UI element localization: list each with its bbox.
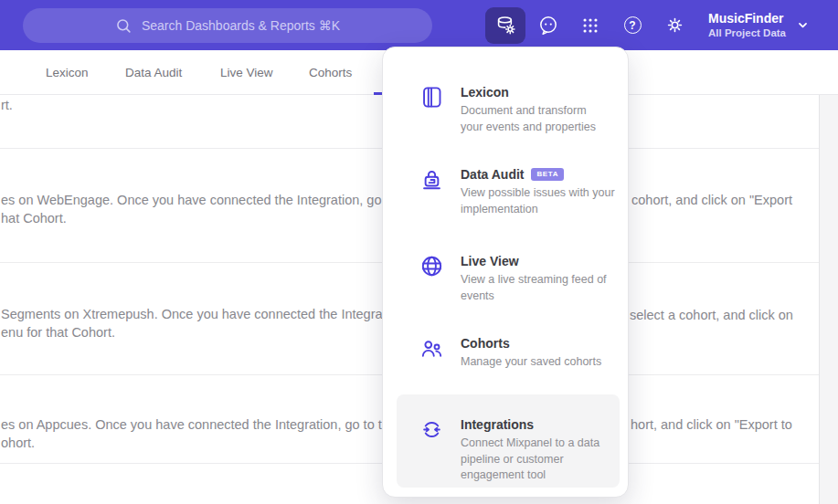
gear-icon bbox=[664, 15, 685, 36]
lexicon-book-icon bbox=[419, 84, 444, 135]
menu-item-description: Manage your saved cohorts bbox=[461, 354, 621, 371]
menu-item-integrations[interactable]: Integrations Connect Mixpanel to a data … bbox=[397, 394, 620, 488]
row-text: ohort. bbox=[1, 434, 35, 452]
sync-arrows-icon bbox=[419, 416, 444, 484]
search-input[interactable]: Search Dashboards & Reports ⌘K bbox=[23, 8, 432, 43]
menu-item-description: Document and transform your events and p… bbox=[461, 103, 621, 135]
project-name: MusicFinder bbox=[708, 11, 786, 26]
people-icon bbox=[419, 335, 444, 371]
database-gear-icon bbox=[494, 14, 517, 37]
app-window: rt. es on WebEngage. Once you have conne… bbox=[0, 0, 838, 504]
data-audit-lock-icon bbox=[419, 166, 444, 217]
grid-dots-icon bbox=[580, 16, 600, 36]
row-text: select a cohort, and click on bbox=[630, 306, 793, 324]
tab-live-view[interactable]: Live View bbox=[220, 66, 273, 79]
row-text: hort, and click on "Export to bbox=[631, 415, 792, 434]
scrollbar-gutter[interactable] bbox=[819, 95, 838, 504]
menu-item-cohorts[interactable]: Cohorts Manage your saved cohorts bbox=[419, 335, 621, 371]
row-text: enu for that Cohort. bbox=[1, 323, 115, 341]
menu-item-lexicon[interactable]: Lexicon Document and transform your even… bbox=[419, 84, 621, 135]
top-navigation-bar: Search Dashboards & Reports ⌘K bbox=[0, 0, 838, 50]
menu-item-title: Live View bbox=[461, 253, 621, 269]
row-text: es on Appcues. Once you have connected t… bbox=[1, 415, 411, 434]
search-icon bbox=[115, 17, 133, 35]
beta-badge: BETA bbox=[531, 168, 564, 181]
tab-data-audit[interactable]: Data Audit bbox=[125, 66, 182, 79]
apps-grid-button[interactable] bbox=[569, 7, 611, 44]
row-text: rt. bbox=[1, 96, 13, 114]
chat-smiley-icon bbox=[537, 15, 559, 37]
tab-lexicon[interactable]: Lexicon bbox=[46, 66, 89, 79]
tab-cohorts[interactable]: Cohorts bbox=[309, 66, 352, 79]
menu-item-title: Cohorts bbox=[461, 335, 621, 352]
menu-item-title: Integrations bbox=[461, 416, 621, 433]
row-text: Segments on Xtremepush. Once you have co… bbox=[1, 305, 408, 323]
project-scope: All Project Data bbox=[708, 26, 786, 40]
data-management-dropdown: Lexicon Document and transform your even… bbox=[382, 47, 629, 498]
row-text: cohort, and click on "Export bbox=[631, 191, 792, 209]
chevron-down-icon bbox=[797, 19, 809, 31]
menu-item-title: Data Audit BETA bbox=[461, 166, 621, 183]
question-mark-icon: ? bbox=[624, 16, 642, 34]
globe-icon bbox=[419, 253, 444, 304]
data-management-button[interactable] bbox=[485, 7, 525, 44]
search-placeholder: Search Dashboards & Reports ⌘K bbox=[142, 18, 340, 33]
menu-item-live-view[interactable]: Live View View a live streaming feed of … bbox=[419, 253, 621, 304]
menu-item-description: View possible issues with your implement… bbox=[461, 185, 621, 217]
menu-item-title: Lexicon bbox=[461, 84, 621, 100]
menu-item-data-audit[interactable]: Data Audit BETA View possible issues wit… bbox=[419, 166, 621, 217]
menu-item-integrations-content: Integrations Connect Mixpanel to a data … bbox=[419, 416, 621, 484]
project-switcher[interactable]: MusicFinder All Project Data bbox=[708, 11, 809, 40]
menu-item-description: Connect Mixpanel to a data pipeline or c… bbox=[461, 436, 621, 484]
row-text: hat Cohort. bbox=[1, 209, 67, 227]
topbar-actions: ? MusicFinder All Project Data bbox=[485, 0, 809, 50]
row-text: es on WebEngage. Once you have connected… bbox=[1, 191, 419, 209]
feedback-button[interactable] bbox=[527, 7, 569, 44]
menu-item-description: View a live streaming feed of events bbox=[461, 272, 621, 304]
settings-button[interactable] bbox=[653, 7, 695, 44]
help-button[interactable]: ? bbox=[611, 7, 653, 44]
